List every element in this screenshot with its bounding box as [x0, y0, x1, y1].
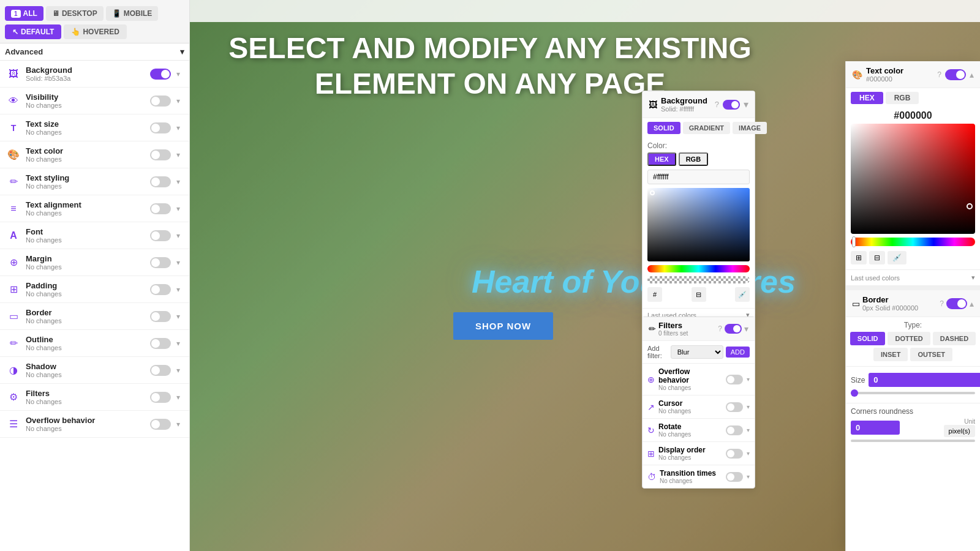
- text-color-expand-icon[interactable]: ▾: [173, 150, 183, 160]
- text-styling-expand-icon[interactable]: ▾: [173, 177, 183, 187]
- tab-mobile[interactable]: 📱 MOBILE: [106, 6, 159, 21]
- outline-expand-icon[interactable]: ▾: [173, 339, 183, 348]
- tab-all[interactable]: 1 ALL: [5, 6, 43, 21]
- bg-hex-tab[interactable]: HEX: [647, 152, 676, 166]
- border-type-dashed[interactable]: DASHED: [933, 332, 976, 345]
- text-color-help-icon[interactable]: ?: [937, 70, 941, 79]
- border-corners-slider[interactable]: [851, 440, 975, 442]
- text-color-adjust-icon[interactable]: ⊟: [869, 251, 885, 264]
- visibility-expand-icon[interactable]: ▾: [173, 96, 183, 106]
- border-size-slider[interactable]: [851, 392, 975, 394]
- font-expand-icon[interactable]: ▾: [173, 231, 183, 241]
- background-toggle[interactable]: [150, 69, 171, 80]
- overflow-behavior-expand-icon[interactable]: ▾: [747, 376, 750, 383]
- rotate-row: ↻ Rotate No changes ▾: [643, 418, 755, 441]
- margin-expand-icon[interactable]: ▾: [173, 258, 183, 268]
- filters-panel-help-icon[interactable]: ?: [718, 324, 722, 333]
- bg-color-picker[interactable]: [647, 188, 750, 261]
- transition-expand-icon[interactable]: ▾: [747, 473, 750, 480]
- shop-now-button[interactable]: SHOP NOW: [453, 312, 553, 340]
- tab-hovered[interactable]: 👆 HOVERED: [64, 24, 126, 39]
- text-color-hex-tab[interactable]: HEX: [851, 92, 883, 104]
- shadow-toggle[interactable]: [150, 365, 171, 376]
- add-filter-button[interactable]: ADD: [726, 347, 750, 358]
- bg-type-tabs: SOLID GRADIENT IMAGE: [643, 118, 755, 138]
- filters-toggle[interactable]: [150, 392, 171, 403]
- border-collapse-icon[interactable]: ▴: [970, 299, 974, 309]
- rotate-toggle[interactable]: [726, 425, 743, 435]
- border-corners-unit[interactable]: pixel(s): [944, 425, 975, 437]
- outline-toggle[interactable]: [150, 338, 171, 349]
- text-color-rgb-tab[interactable]: RGB: [886, 92, 919, 104]
- rotate-name: Rotate: [658, 422, 722, 431]
- text-color-rainbow[interactable]: [851, 238, 975, 246]
- shadow-expand-icon[interactable]: ▾: [173, 365, 183, 375]
- bg-color-rainbow[interactable]: [647, 265, 750, 272]
- rotate-expand-icon[interactable]: ▾: [747, 427, 750, 433]
- text-color-last-used[interactable]: Last used colors ▾: [846, 269, 980, 285]
- background-panel-toggle[interactable]: [723, 100, 740, 110]
- border-toggle[interactable]: [150, 311, 171, 322]
- bg-hex-input[interactable]: [647, 170, 750, 184]
- visibility-toggle[interactable]: [150, 96, 171, 107]
- cursor-toggle[interactable]: [726, 402, 743, 412]
- background-expand-icon[interactable]: ▾: [173, 69, 183, 79]
- bg-rgb-tab[interactable]: RGB: [679, 152, 708, 166]
- tab-default[interactable]: ↖ DEFAULT: [5, 24, 61, 39]
- bg-type-image[interactable]: IMAGE: [733, 122, 767, 134]
- border-type-dotted[interactable]: DOTTED: [888, 332, 930, 345]
- filters-expand-icon[interactable]: ▾: [173, 392, 183, 402]
- text-color-eyedrop-icon[interactable]: 💉: [888, 251, 907, 264]
- border-size-input[interactable]: [869, 373, 980, 387]
- bg-color-hex-icon[interactable]: #: [647, 287, 662, 302]
- tab-desktop[interactable]: 🖥 DESKTOP: [46, 6, 104, 21]
- filters-panel-close-icon[interactable]: ▾: [744, 324, 748, 334]
- prop-border-value: No changes: [26, 317, 145, 324]
- font-toggle[interactable]: [150, 230, 171, 241]
- border-help-icon[interactable]: ?: [940, 299, 944, 308]
- text-styling-toggle[interactable]: [150, 176, 171, 187]
- margin-toggle[interactable]: [150, 257, 171, 268]
- bg-type-gradient[interactable]: GRADIENT: [683, 122, 730, 134]
- background-panel-close-icon[interactable]: ▾: [744, 99, 748, 110]
- text-align-toggle[interactable]: [150, 203, 171, 214]
- prop-text-align-value: No changes: [26, 209, 145, 217]
- border-type-solid[interactable]: SOLID: [850, 332, 886, 345]
- prop-background-name: Background: [26, 66, 145, 75]
- filters-panel-toggle[interactable]: [725, 324, 742, 334]
- display-order-expand-icon[interactable]: ▾: [747, 450, 750, 457]
- border-expand-icon[interactable]: ▾: [173, 312, 183, 321]
- overflow-toggle[interactable]: [150, 419, 171, 430]
- border-type-label: Type:: [846, 317, 980, 332]
- prop-shadow-value: No changes: [26, 371, 145, 378]
- text-color-toggle[interactable]: [150, 149, 171, 160]
- background-panel-help-icon[interactable]: ?: [715, 100, 719, 109]
- padding-toggle[interactable]: [150, 284, 171, 295]
- bg-alpha-row[interactable]: [647, 276, 750, 283]
- transition-toggle[interactable]: [726, 472, 743, 482]
- display-order-toggle[interactable]: [726, 449, 743, 459]
- border-corners-input[interactable]: [851, 421, 900, 435]
- filter-select[interactable]: Blur Brightness Contrast: [671, 345, 723, 359]
- text-color-toggle[interactable]: [945, 69, 966, 80]
- text-align-expand-icon[interactable]: ▾: [173, 204, 183, 214]
- padding-expand-icon[interactable]: ▾: [173, 285, 183, 294]
- bg-color-adjust-icon[interactable]: ⊟: [692, 287, 706, 302]
- border-inset-btn[interactable]: INSET: [873, 348, 908, 361]
- bg-type-solid[interactable]: SOLID: [647, 122, 680, 134]
- text-size-toggle[interactable]: [150, 122, 171, 133]
- text-color-colormap[interactable]: [851, 124, 975, 234]
- bg-color-picker-handle: [650, 190, 655, 195]
- text-color-panel-icon: 🎨: [852, 70, 862, 80]
- bg-color-eyedrop-icon[interactable]: 💉: [735, 287, 750, 302]
- text-color-grid-icon[interactable]: ⊞: [851, 251, 867, 264]
- text-size-expand-icon[interactable]: ▾: [173, 123, 183, 133]
- advanced-section[interactable]: Advanced ▾: [0, 43, 189, 61]
- overflow-expand-icon[interactable]: ▾: [173, 419, 183, 429]
- overflow-behavior-toggle[interactable]: [726, 375, 743, 384]
- prop-outline-name: Outline: [26, 335, 145, 344]
- text-color-collapse-icon[interactable]: ▴: [970, 70, 974, 80]
- border-outset-btn[interactable]: OUTSET: [910, 348, 952, 361]
- border-panel-toggle[interactable]: [946, 298, 967, 309]
- cursor-expand-icon[interactable]: ▾: [747, 403, 750, 410]
